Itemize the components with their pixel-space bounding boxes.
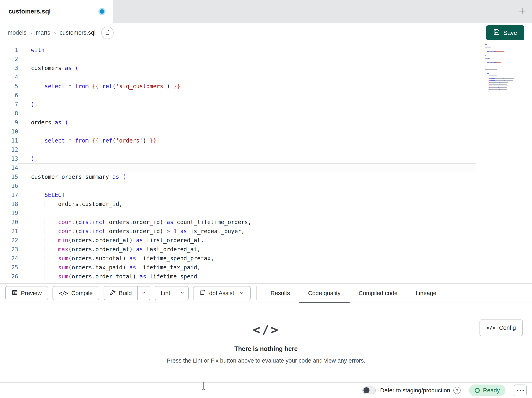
save-button-label: Save	[503, 29, 517, 36]
unsaved-changes-dot	[100, 9, 104, 14]
code-line-15[interactable]: 15customer_orders_summary as (	[0, 172, 476, 181]
line-number: 15	[0, 172, 18, 181]
config-button[interactable]: </> Config	[480, 320, 523, 336]
code-line-21[interactable]: 21 count(distinct orders.order_id) > 1 a…	[0, 227, 476, 236]
file-tab-customers-sql[interactable]: customers.sql	[0, 0, 113, 23]
line-number: 11	[0, 136, 18, 145]
code-line-24[interactable]: 24 sum(orders.subtotal) as lifetime_spen…	[0, 254, 476, 263]
code-line-12[interactable]: 12	[0, 145, 476, 154]
code-text: sum(orders.tax_paid) as lifetime_tax_pai…	[18, 263, 476, 272]
dbt-assist-sparkle-icon	[200, 289, 206, 297]
code-line-14[interactable]: 14	[0, 163, 476, 172]
code-line-18[interactable]: 18 orders.customer_id,	[0, 200, 476, 209]
code-line-7[interactable]: 7),	[0, 100, 476, 109]
code-brackets-icon: </>	[486, 325, 495, 331]
breadcrumb-marts[interactable]: marts	[36, 29, 51, 36]
code-line-25[interactable]: 25 sum(orders.tax_paid) as lifetime_tax_…	[0, 263, 476, 272]
file-tab-title: customers.sql	[8, 8, 51, 15]
mouse-cursor-ibeam	[201, 381, 206, 391]
code-line-22[interactable]: 22 min(orders.ordered_at) as first_order…	[0, 236, 476, 245]
code-text: ),	[18, 154, 476, 163]
code-editor[interactable]: 1with23customers as (45 select * from {{…	[0, 43, 532, 283]
code-line-23[interactable]: 23 max(orders.ordered_at) as last_ordere…	[0, 245, 476, 254]
compile-button[interactable]: </> Compile	[52, 286, 99, 300]
defer-toggle[interactable]	[362, 386, 376, 394]
tab-bar: customers.sql	[0, 0, 532, 23]
save-icon	[493, 29, 500, 37]
help-icon[interactable]: ?	[453, 387, 461, 394]
code-line-26[interactable]: 26 sum(orders.order_total) as lifetime_s…	[0, 272, 476, 281]
line-number: 9	[0, 118, 18, 127]
code-line-6[interactable]: 6	[0, 91, 476, 100]
ready-status-badge[interactable]: Ready	[469, 385, 506, 396]
line-number: 4	[0, 73, 18, 82]
code-text: select * from {{ ref('orders') }}	[18, 136, 476, 145]
code-text: max(orders.ordered_at) as last_ordered_a…	[18, 245, 476, 254]
code-line-20[interactable]: 20 count(distinct orders.order_id) as co…	[0, 218, 476, 227]
code-line-8[interactable]: 8	[0, 109, 476, 118]
code-line-19[interactable]: 19	[0, 209, 476, 218]
breadcrumb-separator: ›	[54, 29, 56, 36]
code-line-9[interactable]: 9orders as (	[0, 118, 476, 127]
tab-lineage[interactable]: Lineage	[406, 283, 445, 303]
lint-button[interactable]: Lint	[155, 287, 176, 300]
code-line-4[interactable]: 4	[0, 73, 476, 82]
dbt-assist-button[interactable]: dbt Assist	[193, 286, 251, 300]
code-text	[18, 127, 476, 136]
breadcrumb-customers-sql[interactable]: customers.sql	[60, 29, 95, 36]
code-line-5[interactable]: 5 select * from {{ ref('stg_customers') …	[0, 82, 476, 91]
code-line-2[interactable]: 2	[0, 55, 476, 64]
ellipsis-icon	[520, 390, 521, 391]
ide-screen: customers.sql models › marts › customers…	[0, 0, 532, 398]
line-number: 12	[0, 145, 18, 154]
build-split-button: Build	[104, 286, 151, 300]
build-dropdown-button[interactable]	[137, 287, 150, 300]
preview-button[interactable]: Preview	[5, 286, 48, 300]
tab-compiled-code[interactable]: Compiled code	[349, 283, 406, 303]
file-action-button[interactable]	[101, 26, 114, 39]
lint-button-label: Lint	[161, 290, 170, 297]
tab-code-quality[interactable]: Code quality	[299, 283, 349, 303]
line-number: 6	[0, 91, 18, 100]
code-line-3[interactable]: 3customers as (	[0, 64, 476, 73]
code-line-13[interactable]: 13),	[0, 154, 476, 163]
empty-state-title: There is nothing here	[234, 345, 298, 352]
code-brackets-icon: </>	[253, 322, 279, 337]
more-options-button[interactable]	[514, 385, 527, 396]
breadcrumb-separator: ›	[30, 29, 32, 36]
lint-dropdown-button[interactable]	[176, 287, 188, 300]
line-number: 23	[0, 245, 18, 254]
build-tool-icon	[110, 289, 116, 297]
save-button[interactable]: Save	[486, 25, 524, 40]
code-line-17[interactable]: 17 SELECT	[0, 190, 476, 200]
lint-split-button: Lint	[155, 286, 189, 300]
build-button[interactable]: Build	[104, 287, 138, 300]
code-line-11[interactable]: 11 select * from {{ ref('orders') }}	[0, 136, 476, 145]
code-text	[18, 209, 476, 218]
line-number: 26	[0, 272, 18, 281]
toggle-knob	[363, 387, 369, 393]
code-text: customer_orders_summary as (	[18, 172, 476, 181]
chevron-down-icon	[141, 290, 146, 296]
tab-results[interactable]: Results	[261, 283, 299, 303]
breadcrumb-models[interactable]: models	[8, 29, 26, 36]
code-line-10[interactable]: 10	[0, 127, 476, 136]
code-text: select * from {{ ref('stg_customers') }}	[18, 82, 476, 91]
ready-circle-icon	[475, 388, 480, 393]
breadcrumb: models › marts › customers.sql Save	[0, 23, 532, 43]
minimap[interactable]	[485, 44, 516, 91]
code-text: sum(orders.subtotal) as lifetime_spend_p…	[18, 254, 476, 263]
code-line-16[interactable]: 16	[0, 181, 476, 190]
line-number: 19	[0, 209, 18, 218]
code-text: sum(orders.order_total) as lifetime_spen…	[18, 272, 476, 281]
compile-button-label: Compile	[71, 290, 93, 297]
new-tab-button[interactable]	[517, 7, 527, 17]
empty-state: </> There is nothing here Press the Lint…	[0, 304, 532, 364]
line-number: 2	[0, 55, 18, 64]
ellipsis-icon	[523, 390, 524, 391]
code-line-1[interactable]: 1with	[0, 46, 476, 55]
editor-toolbar: Preview </> Compile Build Lint	[0, 283, 532, 303]
toolbar-divider	[256, 286, 257, 300]
line-number: 20	[0, 218, 18, 227]
preview-button-label: Preview	[21, 290, 42, 297]
